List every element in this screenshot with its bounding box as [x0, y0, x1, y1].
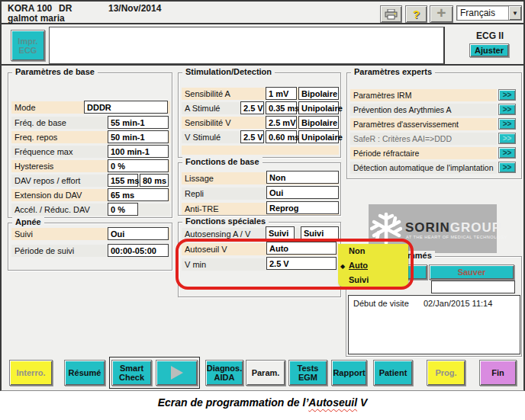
v-stim-amplitude[interactable]: 2.5 V — [240, 130, 264, 143]
chevron-down-icon[interactable]: ▼ — [508, 6, 521, 20]
chevrons-icon: >> — [503, 134, 512, 143]
diagnos-aida-button[interactable]: Diagnos.AIDA — [205, 360, 243, 386]
value-text: 0 % — [111, 205, 125, 214]
value-text: Suivi — [304, 229, 324, 238]
sens-v-polarity[interactable]: Bipolaire — [298, 116, 339, 129]
anti-tre-value[interactable]: Reprog — [266, 201, 339, 214]
prog-button[interactable]: Prog. — [427, 360, 465, 386]
resume-label: Résumé — [69, 368, 101, 377]
group-parametres-experts: Paramètres experts Paramètres IRM >> Pré… — [346, 72, 522, 179]
save-button[interactable]: Sauver — [429, 265, 514, 280]
param-label: Extension du DAV — [14, 191, 82, 200]
value-text: Non — [269, 173, 285, 182]
param-label: Autosensing A / V — [185, 229, 250, 239]
language-value: Français — [457, 8, 508, 18]
param-value-dav-repos[interactable]: 155 ms — [108, 174, 138, 187]
open-detection-button[interactable]: >> — [498, 162, 516, 173]
interro-label: Interro. — [17, 368, 46, 377]
sens-a-value[interactable]: 1 mV — [266, 87, 297, 100]
param-value-apnee-suivi[interactable]: Oui — [108, 227, 169, 240]
annotation-red-box — [176, 239, 414, 290]
v-stim-width[interactable]: 0.60 ms — [266, 130, 297, 143]
a-stim-amplitude[interactable]: 2.5 V — [240, 101, 264, 114]
caption-suffix: V — [357, 396, 367, 409]
param-value-freq-max[interactable]: 100 min-1 — [108, 145, 169, 158]
open-refractaire-button[interactable]: >> — [498, 147, 516, 159]
rapport-button[interactable]: Rapport — [331, 360, 367, 386]
help-button[interactable]: ? — [405, 5, 427, 23]
a-stim-width[interactable]: 0.35 ms — [266, 101, 297, 114]
chevrons-icon: >> — [503, 120, 512, 128]
open-prevention-button[interactable]: >> — [498, 104, 516, 115]
smart-label-1: Smart — [120, 364, 143, 373]
v-stim-polarity[interactable]: Unipolaire — [298, 130, 339, 143]
language-select[interactable]: Français ▼ — [456, 5, 522, 21]
group-parametres-de-base: Paramètres de base Mode DDDR Fréq. de ba… — [8, 72, 172, 218]
value-text: 2.5 V — [243, 133, 263, 142]
smart-check-button[interactable]: SmartCheck — [111, 360, 152, 386]
value-text: 00:00-05:00 — [111, 246, 156, 255]
param-label: Anti-TRE — [185, 204, 219, 213]
value-text: 0.35 ms — [269, 104, 299, 113]
value-text: 100 min-1 — [111, 147, 150, 156]
print-ecg-button[interactable]: Impr. ECG — [11, 30, 45, 61]
value-text: 0.60 ms — [269, 133, 299, 142]
diagnos-label-2: AIDA — [214, 373, 235, 382]
patient-button[interactable]: Patient — [373, 360, 413, 386]
repli-value[interactable]: Oui — [266, 186, 339, 199]
header-bar: KORA 100 DR 13/Nov/2014 galmot maria ? +… — [2, 2, 523, 24]
plus-icon: + — [436, 4, 446, 22]
expert-row: Détection automatique de l'implantation — [350, 162, 497, 174]
expert-label: Paramètres d'asservissement — [353, 120, 459, 129]
device-mode: DR — [59, 3, 72, 14]
param-value-hysteresis[interactable]: 0 % — [108, 159, 169, 172]
device-name: KORA 100 — [8, 3, 52, 14]
param-value-periode-suivi[interactable]: 00:00-05:00 — [108, 244, 169, 257]
param-label: Période de suivi — [14, 246, 74, 255]
param-value-dav-effort[interactable]: 80 ms — [140, 174, 169, 187]
param-button[interactable]: Param. — [246, 360, 285, 386]
sens-v-value[interactable]: 2.5 mV — [266, 116, 297, 129]
expert-row: Période réfractaire — [350, 147, 497, 159]
param-value-extension-dav[interactable]: 65 ms — [108, 188, 169, 201]
chevrons-icon: >> — [503, 91, 512, 99]
fin-button[interactable]: Fin — [479, 360, 517, 386]
add-button[interactable]: + — [430, 5, 453, 23]
tests-egm-button[interactable]: TestsEGM — [288, 360, 327, 386]
visit-listbox[interactable]: Début de visite 02/Jan/2015 11:14 — [348, 295, 520, 354]
value-text: 2.5 mV — [269, 118, 295, 127]
play-button[interactable] — [156, 360, 198, 386]
resume-button[interactable]: Résumé — [64, 360, 105, 386]
param-value-freq-repos[interactable]: 50 min-1 — [108, 130, 169, 143]
sens-a-polarity[interactable]: Bipolaire — [298, 87, 339, 100]
value-text: Bipolaire — [301, 118, 337, 127]
expert-row: Paramètres d'asservissement — [350, 118, 497, 130]
param-value-mode[interactable]: DDDR — [84, 101, 168, 114]
open-irm-button[interactable]: >> — [498, 89, 516, 101]
autosensing-v-value[interactable]: Suivi — [301, 226, 339, 239]
a-stim-polarity[interactable]: Unipolaire — [298, 101, 339, 114]
value-text: Reprog — [269, 204, 299, 213]
adjust-button[interactable]: Ajuster — [469, 43, 509, 57]
value-text: Oui — [269, 188, 283, 197]
lissage-value[interactable]: Non — [266, 171, 339, 184]
value-text: 155 ms — [111, 176, 139, 185]
caption-prefix: Ecran de programmation de l’ — [158, 396, 309, 409]
param-label: Mode — [14, 103, 36, 112]
interro-button[interactable]: Interro. — [9, 360, 53, 386]
name-input[interactable] — [431, 281, 515, 293]
group-title: Apnée — [12, 217, 44, 226]
print-button[interactable] — [380, 5, 402, 23]
prog-label: Prog. — [435, 368, 456, 377]
open-safer-button[interactable]: >> — [498, 133, 516, 144]
value-text: 80 ms — [143, 176, 166, 185]
param-label: Lissage — [185, 174, 214, 183]
open-asservissement-button[interactable]: >> — [498, 118, 516, 130]
logo-group: GROUP — [450, 220, 501, 235]
param-value-accel-reduc[interactable]: 0 % — [108, 203, 138, 216]
group-title: Fonctions de base — [182, 157, 262, 166]
autosensing-a-value[interactable]: Suivi — [266, 226, 295, 239]
play-icon — [171, 366, 183, 380]
expert-label: SafeR : Critères AAI=>DDD — [353, 134, 452, 143]
param-value-freq-base[interactable]: 55 min-1 — [108, 116, 169, 129]
